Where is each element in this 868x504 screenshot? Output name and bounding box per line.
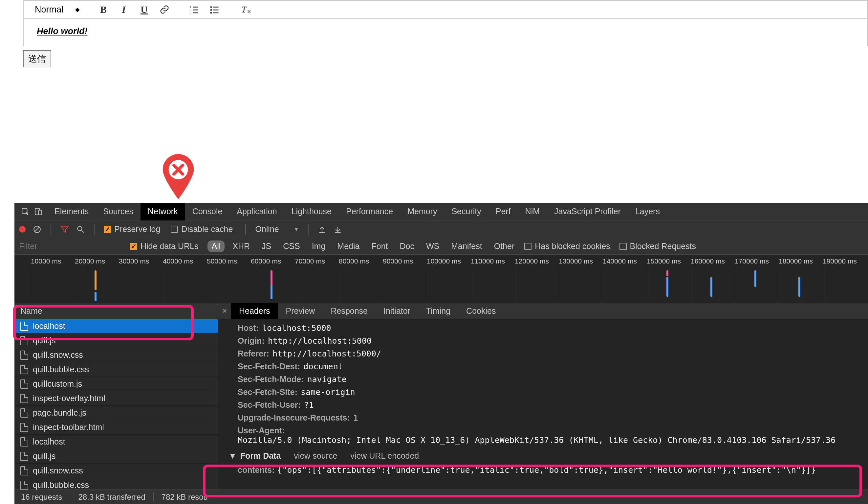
type-filter-font[interactable]: Font xyxy=(368,241,392,252)
disable-cache-checkbox[interactable]: Disable cache xyxy=(171,224,236,234)
document-icon xyxy=(20,452,28,461)
document-icon xyxy=(20,322,28,331)
checkbox-on-icon: ✓ xyxy=(104,226,111,233)
filter-icon[interactable] xyxy=(60,225,69,234)
link-button[interactable] xyxy=(158,3,170,16)
svg-point-12 xyxy=(169,160,188,179)
devtools-tab-performance[interactable]: Performance xyxy=(339,203,400,221)
devtools-tab-memory[interactable]: Memory xyxy=(400,203,444,221)
device-toggle-icon[interactable] xyxy=(34,207,43,216)
devtools-tab-network[interactable]: Network xyxy=(141,203,185,221)
request-row[interactable]: inspect-toolbar.html xyxy=(14,420,218,435)
type-filter-xhr[interactable]: XHR xyxy=(228,241,254,252)
svg-rect-16 xyxy=(39,210,42,214)
detail-tab-cookies[interactable]: Cookies xyxy=(458,303,504,319)
type-filter-all[interactable]: All xyxy=(207,241,225,252)
headers-content[interactable]: Host:localhost:5000Origin:http://localho… xyxy=(218,319,868,490)
hide-data-urls-checkbox[interactable]: ✓ Hide data URLs xyxy=(130,242,202,251)
ordered-list-button[interactable]: 123 xyxy=(188,3,200,16)
type-filter-media[interactable]: Media xyxy=(333,241,363,252)
devtools-tab-lighthouse[interactable]: Lighthouse xyxy=(284,203,339,221)
filter-input[interactable] xyxy=(19,242,124,251)
request-name: inspect-toolbar.html xyxy=(33,423,104,432)
request-name: quill.bubble.css xyxy=(33,365,89,374)
devtools-tab-application[interactable]: Application xyxy=(229,203,284,221)
clear-format-button[interactable]: T✕ xyxy=(238,3,250,16)
blocked-requests-label: Blocked Requests xyxy=(630,242,696,251)
divider xyxy=(51,224,51,234)
detail-tab-response[interactable]: Response xyxy=(323,303,375,319)
request-row[interactable]: quill.snow.css xyxy=(14,348,218,362)
status-transferred: 28.3 kB transferred xyxy=(78,493,153,502)
detail-tab-headers[interactable]: Headers xyxy=(231,303,278,319)
upload-har-icon[interactable] xyxy=(318,225,326,234)
request-row[interactable]: localhost xyxy=(14,435,218,449)
close-detail-button[interactable]: × xyxy=(218,306,231,316)
request-detail-pane: × HeadersPreviewResponseInitiatorTimingC… xyxy=(218,303,868,490)
request-list-header[interactable]: Name xyxy=(14,303,218,319)
network-timeline[interactable]: 10000 ms20000 ms30000 ms40000 ms50000 ms… xyxy=(14,255,868,303)
submit-button[interactable]: 送信 xyxy=(23,50,51,67)
type-filter-img[interactable]: Img xyxy=(308,241,330,252)
header-row: Sec-Fetch-Site:same-origin xyxy=(238,386,868,399)
italic-button[interactable]: I xyxy=(118,3,130,16)
bold-button[interactable]: B xyxy=(97,3,109,16)
type-filter-ws[interactable]: WS xyxy=(422,241,443,252)
type-filter-js[interactable]: JS xyxy=(258,241,275,252)
request-row[interactable]: quill.bubble.css xyxy=(14,478,218,490)
preserve-log-checkbox[interactable]: ✓ Preserve log xyxy=(104,224,164,234)
request-name: quillcustom.js xyxy=(33,379,82,389)
divider xyxy=(308,224,309,234)
bullet-list-button[interactable] xyxy=(208,3,220,16)
devtools-tab-nim[interactable]: NiM xyxy=(518,203,547,221)
download-har-icon[interactable] xyxy=(333,225,342,234)
detail-tab-timing[interactable]: Timing xyxy=(418,303,458,319)
editor-toolbar: Normal ◆ B I U 123 T✕ xyxy=(24,1,867,19)
request-row[interactable]: quill.js xyxy=(14,333,218,348)
detail-tab-initiator[interactable]: Initiator xyxy=(375,303,418,319)
form-data-row: contents:{"ops":[{"attributes":{"underli… xyxy=(238,463,868,477)
detail-tab-preview[interactable]: Preview xyxy=(278,303,323,319)
devtools-tab-elements[interactable]: Elements xyxy=(47,203,96,221)
devtools-tab-perf[interactable]: Perf xyxy=(488,203,518,221)
editor-content-area[interactable]: Hello world! xyxy=(24,19,867,46)
type-filter-css[interactable]: CSS xyxy=(279,241,304,252)
document-icon xyxy=(20,365,28,374)
view-url-encoded-link[interactable]: view URL encoded xyxy=(350,451,419,461)
type-filter-doc[interactable]: Doc xyxy=(395,241,418,252)
request-row[interactable]: quill.bubble.css xyxy=(14,362,218,377)
form-data-section-header[interactable]: ▼ Form Dataview sourceview URL encoded xyxy=(228,451,868,461)
search-icon[interactable] xyxy=(76,225,85,234)
request-row[interactable]: quillcustom.js xyxy=(14,377,218,391)
devtools-tab-sources[interactable]: Sources xyxy=(96,203,141,221)
type-filter-manifest[interactable]: Manifest xyxy=(447,241,486,252)
view-source-link[interactable]: view source xyxy=(294,451,337,461)
request-row[interactable]: quill.js xyxy=(14,449,218,464)
heading-select[interactable]: Normal ◆ xyxy=(35,4,80,15)
timeline-tick: 110000 ms xyxy=(471,257,515,265)
detail-tabbar: × HeadersPreviewResponseInitiatorTimingC… xyxy=(218,303,868,319)
has-blocked-cookies-checkbox[interactable]: Has blocked cookies xyxy=(524,242,613,251)
clear-icon[interactable] xyxy=(33,225,41,234)
request-row[interactable]: page.bundle.js xyxy=(14,406,218,420)
document-icon xyxy=(20,409,28,417)
document-icon xyxy=(20,394,28,403)
throttle-select[interactable]: Online ▼ xyxy=(255,224,298,234)
request-name: quill.js xyxy=(33,336,55,345)
devtools-tab-layers[interactable]: Layers xyxy=(628,203,667,221)
underline-button[interactable]: U xyxy=(138,3,150,16)
timeline-tick: 140000 ms xyxy=(603,257,647,265)
inspect-element-icon[interactable] xyxy=(21,207,30,216)
request-row[interactable]: inspect-overlay.html xyxy=(14,391,218,406)
request-name: inspect-overlay.html xyxy=(33,394,105,403)
devtools-tab-console[interactable]: Console xyxy=(185,203,230,221)
devtools-tab-security[interactable]: Security xyxy=(444,203,488,221)
request-row[interactable]: quill.snow.css xyxy=(14,464,218,478)
type-filter-other[interactable]: Other xyxy=(490,241,519,252)
timeline-tick: 10000 ms xyxy=(31,257,75,265)
record-button[interactable] xyxy=(19,226,25,233)
request-row[interactable]: localhost xyxy=(14,319,218,333)
blocked-requests-checkbox[interactable]: Blocked Requests xyxy=(620,242,700,251)
devtools-tab-javascript-profiler[interactable]: JavaScript Profiler xyxy=(547,203,628,221)
timeline-tick: 80000 ms xyxy=(339,257,383,265)
